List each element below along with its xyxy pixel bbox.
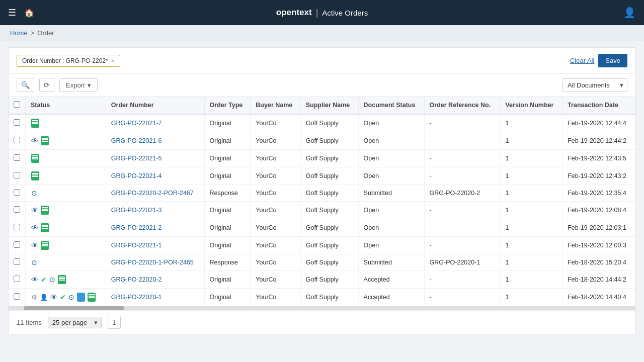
row-supplier-name: Goff Supply bbox=[300, 219, 358, 237]
search-button[interactable]: 🔍 bbox=[17, 78, 34, 92]
table-row: GRG-PO-22021-4 Original YourCo Goff Supp… bbox=[9, 167, 635, 185]
blue-doc-icon bbox=[77, 293, 85, 302]
row-checkbox-cell bbox=[9, 167, 26, 185]
row-order-ref: - bbox=[424, 114, 500, 132]
table-row: 👁 GRG-PO-22021-1 Original YourCo Goff Su… bbox=[9, 237, 635, 254]
row-trans-date: Feb-19-2020 12:43:5 bbox=[562, 150, 635, 167]
row-version: 1 bbox=[500, 132, 562, 150]
row-version: 1 bbox=[500, 219, 562, 237]
row-order-number[interactable]: GRG-PO-22021-6 bbox=[106, 132, 204, 150]
refresh-button[interactable]: ⟳ bbox=[39, 78, 54, 92]
doc-type-select[interactable]: All Documents Original Response bbox=[562, 78, 627, 92]
row-order-number[interactable]: GRG-PO-22021-3 bbox=[106, 202, 204, 219]
top-navigation: ☰ 🏠 opentext | Active Orders 👤 bbox=[0, 0, 644, 25]
row-order-number[interactable]: GRG-PO-22021-5 bbox=[106, 150, 204, 167]
green-doc-icon bbox=[41, 223, 49, 232]
row-order-number[interactable]: GRG-PO-22021-1 bbox=[106, 237, 204, 254]
row-order-number[interactable]: GRG-PO-22021-7 bbox=[106, 114, 204, 132]
row-supplier-name: Goff Supply bbox=[300, 167, 358, 185]
row-buyer-name: YourCo bbox=[251, 185, 300, 202]
radio-icon: ⊙ bbox=[31, 258, 37, 266]
table-row: ⊙ GRG-PO-22020-2-POR-2467 Response YourC… bbox=[9, 185, 635, 202]
home-icon[interactable]: 🏠 bbox=[24, 8, 34, 18]
row-trans-date: Feb-19-2020 12:00:3 bbox=[562, 237, 635, 254]
row-checkbox[interactable] bbox=[14, 293, 20, 300]
user-icon[interactable]: 👤 bbox=[623, 7, 636, 19]
row-trans-date: Feb-19-2020 12:08:4 bbox=[562, 202, 635, 219]
table-header-row: Status Order Number Order Type Buyer Nam… bbox=[9, 97, 635, 114]
row-status-icons: 👁 bbox=[26, 237, 106, 254]
per-page-select[interactable]: 25 per page 50 per page 100 per page bbox=[48, 317, 102, 328]
row-order-number[interactable]: GRG-PO-22020-1 bbox=[106, 289, 204, 306]
row-buyer-name: YourCo bbox=[251, 167, 300, 185]
row-buyer-name: YourCo bbox=[251, 114, 300, 132]
row-version: 1 bbox=[500, 271, 562, 289]
green-doc-icon bbox=[41, 206, 49, 215]
row-trans-date: Feb-19-2020 12:03:1 bbox=[562, 219, 635, 237]
eye-icon: 👁 bbox=[31, 241, 38, 249]
per-page-wrapper: 25 per page 50 per page 100 per page bbox=[48, 317, 102, 328]
table-row: 👁 GRG-PO-22021-6 Original YourCo Goff Su… bbox=[9, 132, 635, 150]
row-doc-status: Open bbox=[358, 150, 424, 167]
row-buyer-name: YourCo bbox=[251, 254, 300, 271]
green-doc-icon bbox=[31, 119, 39, 128]
save-button[interactable]: Save bbox=[598, 54, 627, 67]
export-button[interactable]: Export ▾ bbox=[59, 78, 98, 92]
radio-icon: ⊙ bbox=[68, 293, 74, 301]
row-checkbox[interactable] bbox=[14, 206, 20, 213]
row-order-number[interactable]: GRG-PO-22020-1-POR-2465 bbox=[106, 254, 204, 271]
row-checkbox-cell bbox=[9, 237, 26, 254]
menu-icon[interactable]: ☰ bbox=[8, 7, 16, 18]
row-checkbox[interactable] bbox=[14, 241, 20, 248]
row-order-type: Original bbox=[204, 271, 251, 289]
row-version: 1 bbox=[500, 114, 562, 132]
header-version: Version Number bbox=[500, 97, 562, 114]
filter-tag-label: Order Number : GRG-PO-2202* bbox=[22, 57, 108, 64]
row-buyer-name: YourCo bbox=[251, 237, 300, 254]
row-order-ref: - bbox=[424, 167, 500, 185]
table-row: GRG-PO-22021-5 Original YourCo Goff Supp… bbox=[9, 150, 635, 167]
toolbar-left: 🔍 ⟳ Export ▾ bbox=[17, 78, 98, 92]
row-checkbox[interactable] bbox=[14, 224, 20, 230]
horizontal-scrollbar[interactable] bbox=[9, 306, 635, 310]
scrollbar-thumb[interactable] bbox=[24, 306, 124, 310]
green-doc-icon bbox=[41, 136, 49, 145]
eye-icon: 👁 bbox=[31, 137, 38, 145]
row-checkbox[interactable] bbox=[14, 258, 20, 265]
row-order-ref: - bbox=[424, 132, 500, 150]
brand-divider: | bbox=[316, 8, 318, 18]
row-order-number[interactable]: GRG-PO-22021-4 bbox=[106, 167, 204, 185]
row-checkbox[interactable] bbox=[14, 154, 20, 161]
row-version: 1 bbox=[500, 150, 562, 167]
row-doc-status: Submitted bbox=[358, 185, 424, 202]
row-checkbox[interactable] bbox=[14, 276, 20, 282]
green-doc-icon bbox=[31, 171, 39, 180]
row-checkbox-cell bbox=[9, 202, 26, 219]
row-order-number[interactable]: GRG-PO-22021-2 bbox=[106, 219, 204, 237]
brand: opentext | Active Orders bbox=[276, 8, 368, 18]
row-order-number[interactable]: GRG-PO-22020-2-POR-2467 bbox=[106, 185, 204, 202]
row-checkbox[interactable] bbox=[14, 119, 20, 126]
row-order-ref: - bbox=[424, 289, 500, 306]
breadcrumb-home[interactable]: Home bbox=[10, 29, 28, 37]
row-checkbox[interactable] bbox=[14, 172, 20, 178]
header-trans-date: Transaction Date bbox=[562, 97, 635, 114]
row-checkbox[interactable] bbox=[14, 189, 20, 196]
row-doc-status: Open bbox=[358, 219, 424, 237]
row-order-number[interactable]: GRG-PO-22020-2 bbox=[106, 271, 204, 289]
brand-title: Active Orders bbox=[322, 9, 368, 17]
row-order-type: Original bbox=[204, 132, 251, 150]
select-all-checkbox[interactable] bbox=[14, 101, 20, 108]
clear-all-button[interactable]: Clear All bbox=[570, 57, 594, 64]
row-status-icons: 👁 bbox=[26, 219, 106, 237]
row-supplier-name: Goff Supply bbox=[300, 132, 358, 150]
breadcrumb: Home > Order bbox=[0, 25, 644, 41]
main-content: Order Number : GRG-PO-2202* × Clear All … bbox=[8, 47, 636, 334]
header-buyer-name: Buyer Name bbox=[251, 97, 300, 114]
row-order-ref: - bbox=[424, 237, 500, 254]
filter-tag-close[interactable]: × bbox=[111, 57, 115, 64]
row-order-type: Response bbox=[204, 185, 251, 202]
row-checkbox[interactable] bbox=[14, 137, 20, 143]
row-order-ref: GRG-PO-22020-1 bbox=[424, 254, 500, 271]
eye-icon: 👁 bbox=[31, 224, 38, 232]
